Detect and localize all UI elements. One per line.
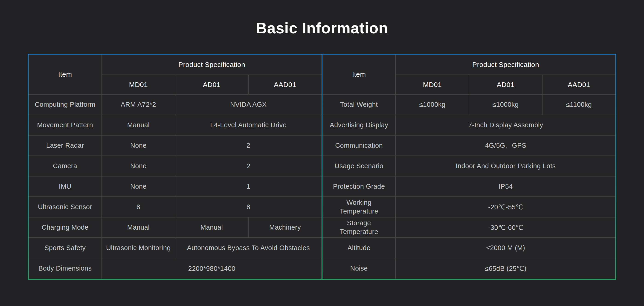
table-row: Usage Scenario Indoor And Outdoor Parkin… xyxy=(322,156,616,176)
value-cell: Manual xyxy=(102,115,175,135)
value-cell: NVIDA AGX xyxy=(175,94,322,115)
item-cell: Ultrasonic Sensor xyxy=(28,197,102,217)
value-cell: 2200*980*1400 xyxy=(102,258,322,278)
col-header-model-md01: MD01 xyxy=(102,75,175,94)
table-row: Protection Grade IP54 xyxy=(322,176,616,197)
item-cell: Protection Grade xyxy=(322,176,396,197)
item-cell: Computing Platform xyxy=(28,94,102,115)
table-row: Ultrasonic Sensor 8 8 xyxy=(28,197,322,217)
item-cell: Charging Mode xyxy=(28,217,102,238)
table-row: Communication 4G/5G、GPS xyxy=(322,135,616,156)
item-label: Working Temperature xyxy=(332,198,386,216)
value-cell: ≤65dB (25℃) xyxy=(396,258,616,278)
item-cell: Noise xyxy=(322,258,396,278)
value-cell: None xyxy=(102,176,175,197)
value-cell: 8 xyxy=(175,197,322,217)
col-header-product-specification: Product Specification xyxy=(396,54,616,75)
table-row: Camera None 2 xyxy=(28,156,322,176)
item-cell: Sports Safety xyxy=(28,238,102,258)
value-cell: ≤2000 M (M) xyxy=(396,238,616,258)
value-cell: Autonomous Bypass To Avoid Obstacles xyxy=(175,238,322,258)
col-header-model-ad01: AD01 xyxy=(175,75,248,94)
col-header-product-specification: Product Specification xyxy=(102,54,322,75)
table-row: Sports Safety Ultrasonic Monitoring Auto… xyxy=(28,238,322,258)
value-cell: -30℃-60℃ xyxy=(396,217,616,238)
value-cell: ≤1000kg xyxy=(396,94,469,115)
item-cell: Advertising Display xyxy=(322,115,396,135)
table-row: Computing Platform ARM A72*2 NVIDA AGX xyxy=(28,94,322,115)
item-cell: Communication xyxy=(322,135,396,156)
value-cell: Ultrasonic Monitoring xyxy=(102,238,175,258)
value-cell: 8 xyxy=(102,197,175,217)
value-cell: -20℃-55℃ xyxy=(396,197,616,217)
col-header-model-aad01: AAD01 xyxy=(542,75,616,94)
table-row: Body Dimensions 2200*980*1400 xyxy=(28,258,322,278)
value-cell: L4-Level Automatic Drive xyxy=(175,115,322,135)
item-cell: IMU xyxy=(28,176,102,197)
table-row: Movement Pattern Manual L4-Level Automat… xyxy=(28,115,322,135)
value-cell: 7-Inch Display Assembly xyxy=(396,115,616,135)
value-cell: ARM A72*2 xyxy=(102,94,175,115)
item-cell: Working Temperature xyxy=(322,197,396,217)
spec-table-right: Item Product Specification MD01 AD01 AAD… xyxy=(322,54,616,278)
item-cell: Laser Radar xyxy=(28,135,102,156)
table-row: Noise ≤65dB (25℃) xyxy=(322,258,616,278)
value-cell: Indoor And Outdoor Parking Lots xyxy=(396,156,616,176)
header-row: Item Product Specification xyxy=(28,54,322,75)
value-cell: ≤1100kg xyxy=(542,94,616,115)
value-cell: None xyxy=(102,156,175,176)
table-row: Advertising Display 7-Inch Display Assem… xyxy=(322,115,616,135)
table-row: Laser Radar None 2 xyxy=(28,135,322,156)
value-cell: Manual xyxy=(102,217,175,238)
col-header-model-aad01: AAD01 xyxy=(248,75,322,94)
col-header-model-ad01: AD01 xyxy=(469,75,542,94)
spec-table-left: Item Product Specification MD01 AD01 AAD… xyxy=(28,54,322,278)
item-label: Storage Temperature xyxy=(332,219,386,236)
col-header-model-md01: MD01 xyxy=(396,75,469,94)
value-cell: 1 xyxy=(175,176,322,197)
table-row: Working Temperature -20℃-55℃ xyxy=(322,197,616,217)
value-cell: Manual xyxy=(175,217,248,238)
value-cell: 4G/5G、GPS xyxy=(396,135,616,156)
value-cell: 2 xyxy=(175,156,322,176)
page-title: Basic Information xyxy=(0,20,644,36)
col-header-item: Item xyxy=(28,54,102,94)
value-cell: 2 xyxy=(175,135,322,156)
value-cell: ≤1000kg xyxy=(469,94,542,115)
value-cell: IP54 xyxy=(396,176,616,197)
item-cell: Storage Temperature xyxy=(322,217,396,238)
item-cell: Usage Scenario xyxy=(322,156,396,176)
item-cell: Camera xyxy=(28,156,102,176)
item-cell: Altitude xyxy=(322,238,396,258)
value-cell: Machinery xyxy=(248,217,322,238)
header-row: Item Product Specification xyxy=(322,54,616,75)
item-cell: Total Weight xyxy=(322,94,396,115)
table-row: Storage Temperature -30℃-60℃ xyxy=(322,217,616,238)
table-row: IMU None 1 xyxy=(28,176,322,197)
item-cell: Body Dimensions xyxy=(28,258,102,278)
table-row: Charging Mode Manual Manual Machinery xyxy=(28,217,322,238)
item-cell: Movement Pattern xyxy=(28,115,102,135)
table-row: Altitude ≤2000 M (M) xyxy=(322,238,616,258)
spec-table-right-wrap: Item Product Specification MD01 AD01 AAD… xyxy=(322,54,616,280)
col-header-item: Item xyxy=(322,54,396,94)
spec-table-left-wrap: Item Product Specification MD01 AD01 AAD… xyxy=(28,54,322,280)
value-cell: None xyxy=(102,135,175,156)
table-row: Total Weight ≤1000kg ≤1000kg ≤1100kg xyxy=(322,94,616,115)
spec-tables: Item Product Specification MD01 AD01 AAD… xyxy=(0,54,644,280)
